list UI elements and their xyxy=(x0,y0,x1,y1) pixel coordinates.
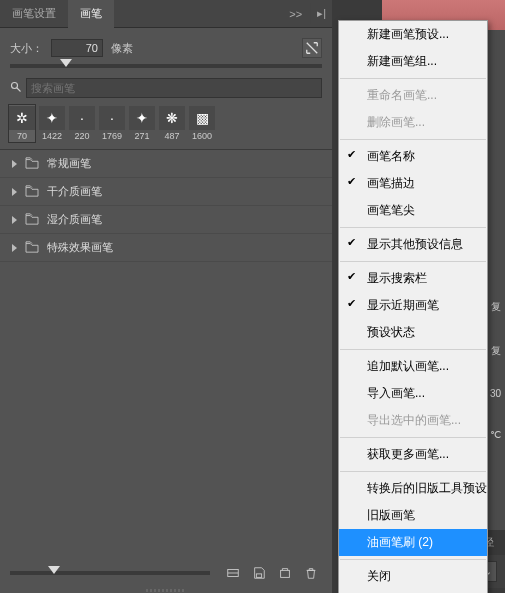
menu-show-search[interactable]: ✔显示搜索栏 xyxy=(339,265,487,292)
folder-icon xyxy=(25,213,39,227)
size-label: 大小： xyxy=(10,41,43,56)
brush-thumb[interactable]: ·1769 xyxy=(98,104,126,143)
folder-label: 特殊效果画笔 xyxy=(47,240,113,255)
brush-glyph-icon: · xyxy=(69,106,95,130)
menu-legacy[interactable]: 旧版画笔 xyxy=(339,502,487,529)
flip-brush-button[interactable] xyxy=(302,38,322,58)
menu-get-more[interactable]: 获取更多画笔... xyxy=(339,441,487,468)
slider-thumb-icon[interactable] xyxy=(60,59,72,67)
check-icon: ✔ xyxy=(347,175,356,188)
zoom-slider[interactable] xyxy=(10,571,210,575)
folder-label: 干介质画笔 xyxy=(47,184,102,199)
menu-convert-legacy[interactable]: 转换后的旧版工具预设 xyxy=(339,475,487,502)
folder-icon xyxy=(25,185,39,199)
brush-glyph-icon: ✦ xyxy=(129,106,155,130)
menu-delete: 删除画笔... xyxy=(339,109,487,136)
menu-preset-status[interactable]: 预设状态 xyxy=(339,319,487,346)
menu-separator xyxy=(340,437,486,438)
folder-label: 湿介质画笔 xyxy=(47,212,102,227)
brush-thumbnails: ✲70 ✦1422 ·220 ·1769 ✦271 ❋487 ▩1600 xyxy=(0,104,332,149)
thumb-label: 70 xyxy=(17,131,27,141)
brush-thumb[interactable]: ✦271 xyxy=(128,104,156,143)
menu-close[interactable]: 关闭 xyxy=(339,563,487,590)
slider-thumb-icon[interactable] xyxy=(48,566,60,574)
thumb-label: 1769 xyxy=(102,131,122,141)
menu-separator xyxy=(340,227,486,228)
brush-thumb[interactable]: ✲70 xyxy=(8,104,36,143)
menu-import[interactable]: 导入画笔... xyxy=(339,380,487,407)
brushes-panel: 画笔设置 画笔 >> ▸| 大小： 像素 ✲70 ✦1422 ·220 ·176… xyxy=(0,0,332,593)
folder-label: 常规画笔 xyxy=(47,156,91,171)
menu-export-selected: 导出选中的画笔... xyxy=(339,407,487,434)
new-brush-button[interactable] xyxy=(274,564,296,582)
menu-rename: 重命名画笔... xyxy=(339,82,487,109)
brush-glyph-icon: ✦ xyxy=(39,106,65,130)
save-preset-button[interactable] xyxy=(248,564,270,582)
chevron-right-icon xyxy=(12,188,17,196)
tab-brush-settings[interactable]: 画笔设置 xyxy=(0,0,68,28)
size-input[interactable] xyxy=(51,39,103,57)
svg-rect-4 xyxy=(256,574,261,578)
menu-separator xyxy=(340,78,486,79)
menu-show-recent[interactable]: ✔显示近期画笔 xyxy=(339,292,487,319)
chevron-right-icon xyxy=(12,216,17,224)
thumb-label: 1600 xyxy=(192,131,212,141)
flip-icon xyxy=(305,41,319,55)
brush-glyph-icon: ✲ xyxy=(9,106,35,130)
check-icon: ✔ xyxy=(347,236,356,249)
folder-item[interactable]: 干介质画笔 xyxy=(0,178,332,206)
menu-new-group[interactable]: 新建画笔组... xyxy=(339,48,487,75)
brush-glyph-icon: ▩ xyxy=(189,106,215,130)
side-labels: 复 复 30 ℃ xyxy=(490,300,503,470)
preview-toggle-button[interactable] xyxy=(222,564,244,582)
chevron-right-icon xyxy=(12,244,17,252)
svg-line-1 xyxy=(17,87,21,91)
delete-brush-button[interactable] xyxy=(300,564,322,582)
brush-glyph-icon: · xyxy=(99,106,125,130)
panel-tabs: 画笔设置 画笔 >> ▸| xyxy=(0,0,332,28)
folder-item[interactable]: 湿介质画笔 xyxy=(0,206,332,234)
menu-separator xyxy=(340,349,486,350)
tab-brushes[interactable]: 画笔 xyxy=(68,0,114,28)
folder-icon xyxy=(25,241,39,255)
menu-brush-name[interactable]: ✔画笔名称 xyxy=(339,143,487,170)
folder-item[interactable]: 特殊效果画笔 xyxy=(0,234,332,262)
brush-thumb[interactable]: ❋487 xyxy=(158,104,186,143)
brush-thumb[interactable]: ▩1600 xyxy=(188,104,216,143)
thumb-label: 220 xyxy=(74,131,89,141)
check-icon: ✔ xyxy=(347,270,356,283)
thumb-label: 271 xyxy=(134,131,149,141)
brush-thumb[interactable]: ·220 xyxy=(68,104,96,143)
check-icon: ✔ xyxy=(347,297,356,310)
chevron-right-icon xyxy=(12,160,17,168)
search-icon xyxy=(10,81,22,96)
thumb-label: 1422 xyxy=(42,131,62,141)
folder-item[interactable]: 常规画笔 xyxy=(0,150,332,178)
menu-new-preset[interactable]: 新建画笔预设... xyxy=(339,21,487,48)
brush-glyph-icon: ❋ xyxy=(159,106,185,130)
brush-folders: 常规画笔 干介质画笔 湿介质画笔 特殊效果画笔 xyxy=(0,149,332,262)
brush-thumb[interactable]: ✦1422 xyxy=(38,104,66,143)
panel-collapse-button[interactable]: ▸| xyxy=(310,3,332,24)
panel-menu-button[interactable]: >> xyxy=(281,4,310,24)
menu-show-extra[interactable]: ✔显示其他预设信息 xyxy=(339,231,487,258)
brushes-panel-menu: 新建画笔预设... 新建画笔组... 重命名画笔... 删除画笔... ✔画笔名… xyxy=(338,20,488,593)
resize-grip[interactable] xyxy=(0,588,332,593)
menu-append-default[interactable]: 追加默认画笔... xyxy=(339,353,487,380)
size-unit: 像素 xyxy=(111,41,133,56)
check-icon: ✔ xyxy=(347,148,356,161)
svg-rect-5 xyxy=(281,570,290,577)
svg-point-0 xyxy=(12,82,18,88)
size-slider[interactable] xyxy=(10,64,322,68)
panel-footer xyxy=(0,558,332,588)
menu-separator xyxy=(340,261,486,262)
search-input[interactable] xyxy=(26,78,322,98)
menu-brush-stroke[interactable]: ✔画笔描边 xyxy=(339,170,487,197)
thumb-label: 487 xyxy=(164,131,179,141)
menu-brush-tip[interactable]: 画笔笔尖 xyxy=(339,197,487,224)
menu-oil-brush[interactable]: 油画笔刷 (2) xyxy=(339,529,487,556)
menu-separator xyxy=(340,139,486,140)
menu-separator xyxy=(340,471,486,472)
folder-icon xyxy=(25,157,39,171)
menu-separator xyxy=(340,559,486,560)
